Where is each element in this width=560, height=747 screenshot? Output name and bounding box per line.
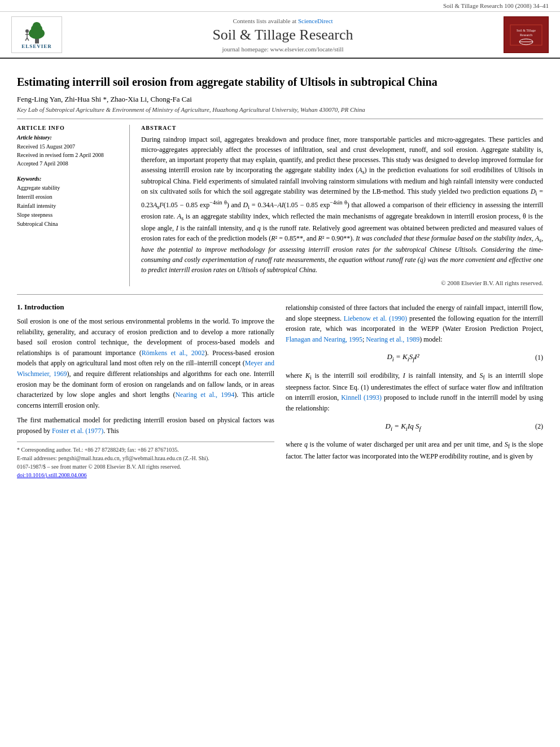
elsevier-tree-icon [21, 21, 53, 43]
svg-text:Soil & Tillage: Soil & Tillage [517, 29, 536, 32]
equation-1-text: Di = KiSfI² [286, 352, 520, 362]
footnote-issn: 0167-1987/$ – see front matter © 2008 El… [17, 462, 274, 471]
page-wrapper: Soil & Tillage Research 100 (2008) 34–41… [0, 0, 560, 491]
equation-2-block: Di = KiIq Sf (2) [286, 420, 543, 434]
body-left-col: 1. Introduction Soil erosion is one of t… [17, 303, 274, 480]
article-title: Estimating interrill soil erosion from a… [17, 75, 543, 89]
equation-1-number: (1) [520, 353, 543, 362]
section1-para2: The first mathematical model for predict… [17, 415, 274, 436]
doi-link[interactable]: doi:10.1016/j.still.2008.04.006 [17, 472, 87, 478]
journal-logo-right: Soil & Tillage Research [504, 16, 549, 53]
keyword-2: Interrill erosion [17, 193, 121, 202]
keyword-5: Subtropical China [17, 220, 121, 229]
svg-point-3 [33, 22, 41, 29]
svg-text:Research: Research [520, 33, 532, 37]
ref-nearing1994[interactable]: Nearing et al., 1994 [175, 391, 234, 399]
sciencedirect-link[interactable]: ScienceDirect [298, 18, 333, 24]
ref-flanagan[interactable]: Flanagan and Nearing, 1995 [286, 335, 362, 343]
elsevier-logo: ELSEVIER [11, 16, 62, 53]
footnote-doi: doi:10.1016/j.still.2008.04.006 [17, 471, 274, 479]
journal-logo-icon: Soil & Tillage Research [509, 24, 543, 46]
journal-header-center: Contents lists available at ScienceDirec… [68, 18, 498, 53]
ref-kinnell[interactable]: Kinnell (1993) [341, 394, 382, 401]
svg-line-7 [25, 38, 27, 41]
history-label: Article history: [17, 134, 121, 141]
equation-2-text: Di = KiIq Sf [286, 422, 520, 432]
abstract-col: ABSTRACT During raindrop impact soil, ag… [141, 125, 543, 286]
abstract-text: During raindrop impact soil, aggregates … [141, 134, 543, 275]
keywords-label: Keywords: [17, 176, 121, 182]
article-info-col: ARTICLE INFO Article history: Received 1… [17, 125, 130, 286]
keyword-4: Slope steepness [17, 211, 121, 220]
section1-heading: 1. Introduction [17, 303, 274, 312]
equation-1-block: Di = KiSfI² (1) [286, 350, 543, 365]
svg-line-8 [27, 38, 29, 41]
keyword-3: Rainfall intensity [17, 202, 121, 211]
elsevier-label: ELSEVIER [21, 43, 52, 49]
keywords-block: Keywords: Aggregate stability Interrill … [17, 176, 121, 229]
article-info-abstract: ARTICLE INFO Article history: Received 1… [17, 125, 543, 286]
equation-2-number: (2) [520, 422, 543, 431]
ref-liebenow[interactable]: Liebenow et al. (1990) [344, 314, 407, 322]
footnote-email: E-mail addresses: pengshi@mail.hzau.edu.… [17, 454, 274, 462]
keyword-1: Aggregate stability [17, 184, 121, 193]
journal-homepage: journal homepage: www.elsevier.com/locat… [68, 46, 498, 53]
footnote-corresponding: * Corresponding author. Tel.: +86 27 872… [17, 445, 274, 454]
article-history: Article history: Received 15 August 2007… [17, 134, 121, 168]
citation-text: Soil & Tillage Research 100 (2008) 34–41 [443, 2, 549, 9]
abstract-label: ABSTRACT [141, 125, 543, 131]
section1-right-para3: where q is the volume of water discharge… [286, 439, 543, 461]
ref-romkens[interactable]: Römkens et al., 2002 [142, 349, 205, 357]
ref-nearing1989[interactable]: Nearing et al., 1989 [366, 335, 419, 343]
article-info-label: ARTICLE INFO [17, 125, 121, 131]
ref-foster[interactable]: Foster et al. (1977) [52, 427, 103, 435]
ref-meyer[interactable]: Meyer and Wischmeier, 1969 [17, 359, 274, 378]
prediction-word: prediction [388, 166, 415, 174]
body-content: 1. Introduction Soil erosion is one of t… [17, 303, 543, 480]
article-content: Estimating interrill soil erosion from a… [0, 59, 560, 491]
section1-right-para1: relationship consisted of three factors … [286, 303, 543, 344]
footnotes: * Corresponding author. Tel.: +86 27 872… [17, 442, 274, 479]
journal-header: ELSEVIER Contents lists available at Sci… [0, 12, 560, 59]
section1-right-para2: where Ki is the interrill soil erodibili… [286, 370, 543, 414]
authors: Feng-Ling Yan, Zhi-Hua Shi *, Zhao-Xia L… [17, 95, 543, 104]
section1-para1: Soil erosion is one of the most serious … [17, 316, 274, 410]
received-revised-date: Received in revised form 2 April 2008 [17, 151, 121, 159]
svg-point-4 [25, 29, 29, 33]
divider-1 [17, 119, 543, 119]
affiliation: Key Lab of Subtropical Agriculture & Env… [17, 106, 543, 113]
contents-label: Contents lists available at ScienceDirec… [68, 18, 498, 24]
journal-title: Soil & Tillage Research [68, 27, 498, 43]
body-right-col: relationship consisted of three factors … [286, 303, 543, 480]
section-divider-1 [17, 294, 543, 295]
received-date: Received 15 August 2007 [17, 142, 121, 151]
accepted-date: Accepted 7 April 2008 [17, 159, 121, 168]
copyright-text: © 2008 Elsevier B.V. All rights reserved… [141, 279, 543, 286]
top-bar: Soil & Tillage Research 100 (2008) 34–41 [0, 0, 560, 12]
